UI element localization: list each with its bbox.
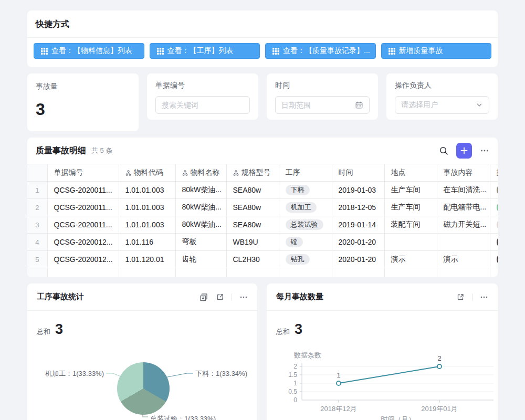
table-more-menu-button[interactable] bbox=[480, 146, 489, 155]
monthly-incident-count-card: 每月事故数量 总和 3 数据条数 bbox=[267, 284, 498, 420]
table-row[interactable]: 3 QCSG-2020011... 1.01.01.003 80kW柴油... … bbox=[27, 216, 498, 234]
column-header-time[interactable]: 时间 bbox=[332, 164, 384, 182]
relation-icon bbox=[125, 170, 131, 176]
svg-text:0: 0 bbox=[293, 396, 297, 404]
cell-process: 总装试验 bbox=[279, 216, 332, 234]
cell-time: 2019-01-14 bbox=[332, 216, 384, 234]
cell-material-name: 弯板 bbox=[175, 234, 226, 251]
line-chart[interactable]: 数据条数 2 1.5 1 0.5 0 1 2 bbox=[267, 284, 498, 420]
grid-icon bbox=[41, 48, 48, 55]
cell-material-code: 1.01.116 bbox=[119, 234, 175, 251]
data-point[interactable] bbox=[437, 364, 442, 369]
cell-operator bbox=[490, 182, 498, 199]
y-axis-title: 数据条数 bbox=[293, 351, 321, 359]
cell-time: 2020-01-20 bbox=[332, 234, 384, 251]
shortcut-button-label: 查看：【工序】列表 bbox=[167, 46, 234, 56]
grid-icon bbox=[272, 48, 279, 55]
process-tag: 钻孔 bbox=[286, 254, 310, 265]
doc-no-search-input-box[interactable] bbox=[155, 96, 250, 114]
table-actions bbox=[439, 143, 489, 159]
cell-content: 在车间清洗... bbox=[437, 182, 490, 199]
table-row[interactable]: 2 QCSG-2020011... 1.01.01.003 80kW柴油... … bbox=[27, 199, 498, 216]
cell-place: 生产车间 bbox=[384, 182, 437, 199]
calendar-icon[interactable] bbox=[355, 101, 363, 109]
date-range-input-box[interactable] bbox=[275, 96, 370, 114]
process-tag: 镗 bbox=[286, 237, 303, 247]
cell-content: 演示 bbox=[437, 251, 490, 268]
cell-operator bbox=[490, 199, 498, 216]
svg-text:2018年12月: 2018年12月 bbox=[320, 405, 356, 413]
shortcut-view-incident-records-button[interactable]: 查看：【质量事故记录】... bbox=[265, 43, 376, 59]
column-header-label: 物料名称 bbox=[191, 168, 220, 177]
table-row[interactable]: 5 QCSG-2020012... 1.01.120.01 齿轮 CL2H30 … bbox=[27, 251, 498, 268]
cell-content: 磁力开关短... bbox=[437, 216, 490, 234]
grid-icon bbox=[388, 48, 395, 55]
add-record-button[interactable] bbox=[456, 143, 472, 159]
user-select[interactable]: 请选择用户 bbox=[395, 96, 489, 114]
cell-place bbox=[384, 234, 437, 251]
row-index: 1 bbox=[27, 182, 47, 199]
column-header-place[interactable]: 地点 bbox=[384, 164, 437, 182]
cell-spec-model: WB19U bbox=[226, 234, 279, 251]
shortcut-button-label: 查看：【物料信息】列表 bbox=[51, 46, 132, 56]
cell-material-name: 80kW柴油... bbox=[175, 182, 226, 199]
data-point[interactable] bbox=[337, 381, 341, 385]
process-tag: 机加工 bbox=[286, 202, 317, 213]
cell-doc-no: QCSG-2020012... bbox=[47, 251, 119, 268]
operator-filter-card: 操作负责人 请选择用户 bbox=[386, 74, 498, 120]
grid-icon bbox=[157, 48, 164, 55]
cell-time: 2018-12-05 bbox=[332, 199, 384, 216]
table-row-partial bbox=[27, 268, 498, 278]
column-header-operator[interactable]: 操作负责人 bbox=[490, 164, 498, 182]
user-select-placeholder: 请选择用户 bbox=[401, 100, 476, 110]
svg-text:0.5: 0.5 bbox=[288, 388, 297, 395]
column-header-content[interactable]: 事故内容 bbox=[437, 164, 490, 182]
shortcut-add-incident-button[interactable]: 新增质量事故 bbox=[381, 43, 492, 59]
column-header-label: 地点 bbox=[391, 168, 406, 176]
column-header-label: 事故内容 bbox=[444, 168, 473, 176]
cell-operator bbox=[490, 216, 498, 234]
column-header-spec-model[interactable]: 规格型号 bbox=[226, 164, 279, 182]
process-tag: 下料 bbox=[286, 185, 310, 195]
x-axis-title: 时间（月） bbox=[381, 415, 415, 420]
svg-text:1.5: 1.5 bbox=[288, 371, 297, 379]
plus-icon bbox=[460, 147, 468, 154]
cell-place: 演示 bbox=[384, 251, 437, 268]
table-record-count: 共 5 条 bbox=[91, 146, 112, 155]
table-row[interactable]: 4 QCSG-2020012... 1.01.116 弯板 WB19U 镗 20… bbox=[27, 234, 498, 251]
cell-process: 下料 bbox=[279, 182, 332, 199]
pie-chart[interactable] bbox=[117, 362, 170, 415]
cell-spec-model: SEA80w bbox=[226, 199, 279, 216]
cell-material-name: 80kW柴油... bbox=[175, 216, 226, 234]
doc-no-filter-card: 单据编号 bbox=[147, 74, 258, 120]
table-row[interactable]: 1 QCSG-2020011... 1.01.01.003 80kW柴油... … bbox=[27, 182, 498, 199]
chevron-down-icon bbox=[476, 101, 483, 109]
column-header-process[interactable]: 工序 bbox=[279, 164, 332, 182]
cell-process: 机加工 bbox=[279, 199, 332, 216]
avatar bbox=[497, 253, 498, 266]
column-header-material-name[interactable]: 物料名称 bbox=[175, 164, 226, 182]
svg-text:1: 1 bbox=[293, 380, 297, 387]
shortcut-view-material-list-button[interactable]: 查看：【物料信息】列表 bbox=[34, 43, 144, 59]
column-header-material-code[interactable]: 物料代码 bbox=[119, 164, 175, 182]
shortcut-button-label: 查看：【质量事故记录】... bbox=[283, 46, 370, 56]
avatar bbox=[497, 184, 498, 196]
incident-count-card: 事故量 3 bbox=[27, 74, 139, 131]
cell-process: 镗 bbox=[279, 234, 332, 251]
cell-content bbox=[437, 234, 490, 251]
pie-label-assembly-test: 总装试验：1(33.33%) bbox=[150, 414, 216, 420]
cell-material-code: 1.01.120.01 bbox=[119, 251, 175, 268]
cell-material-code: 1.01.01.003 bbox=[119, 216, 175, 234]
shortcuts-title: 快捷方式 bbox=[27, 10, 498, 38]
relation-icon bbox=[182, 170, 188, 176]
cell-material-name: 80kW柴油... bbox=[175, 199, 226, 216]
shortcut-view-process-list-button[interactable]: 查看：【工序】列表 bbox=[150, 43, 260, 59]
dashboard-page: { "shortcuts": { "title": "快捷方式", "butto… bbox=[0, 0, 525, 420]
incident-detail-table-card: 质量事故明细 共 5 条 单据编号 物料代码 物料名称 规格型号 bbox=[27, 138, 498, 277]
x-tick-labels: 2018年12月 2019年01月 bbox=[320, 405, 457, 413]
date-range-input[interactable] bbox=[281, 101, 355, 109]
relation-icon bbox=[233, 170, 239, 176]
column-header-doc-no[interactable]: 单据编号 bbox=[47, 164, 119, 182]
search-button[interactable] bbox=[439, 146, 448, 155]
doc-no-search-input[interactable] bbox=[162, 101, 244, 109]
